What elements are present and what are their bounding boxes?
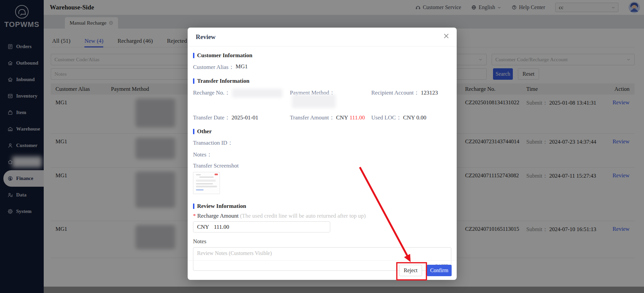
- transfer-date-value: 2025-01-01: [232, 114, 258, 121]
- payment-method-blurred: [292, 95, 336, 108]
- section-bar: [193, 129, 194, 134]
- recharge-amount-input[interactable]: CNY 111.00: [193, 221, 330, 232]
- confirm-button[interactable]: Confirm: [427, 265, 452, 276]
- app: TOPWMS Orders Outbound Inbound: [0, 0, 644, 293]
- recharge-amount-value: 111.00: [214, 224, 229, 230]
- section-bar: [193, 53, 194, 58]
- section-transfer-information: Transfer Information: [193, 78, 451, 84]
- section-bar: [193, 78, 194, 84]
- recharge-no-blurred: [232, 89, 282, 98]
- section-bar: [193, 204, 194, 209]
- used-loc-value: CNY 0.00: [403, 114, 426, 121]
- modal-body: Customer Information Customer Alias： MG1…: [188, 52, 457, 271]
- close-icon[interactable]: [443, 32, 450, 40]
- review-modal: Review Customer Information Customer Ali…: [188, 28, 457, 280]
- transfer-info-row-1: Recharge No.： Payment Method： Recipient …: [193, 89, 451, 108]
- section-other: Other: [193, 128, 451, 135]
- section-customer-information: Customer Information: [193, 52, 451, 59]
- transfer-amount-value: 111.00: [349, 114, 365, 121]
- amount-hint: (The used credit line will be auto retur…: [240, 213, 366, 219]
- recharge-amount-label-row: * Recharge Amount (The used credit line …: [193, 213, 451, 219]
- other-notes-row: Notes：: [193, 151, 451, 158]
- section-review-information: Review Information: [193, 203, 451, 210]
- customer-alias-row: Customer Alias： MG1: [193, 63, 451, 71]
- transfer-screenshot-thumbnail[interactable]: [193, 172, 220, 194]
- currency-prefix: CNY: [197, 224, 209, 230]
- review-notes-label: Notes: [193, 238, 451, 245]
- transaction-id-row: Transaction ID：: [193, 139, 451, 147]
- transfer-screenshot-row: Transfer Screenshot: [193, 162, 451, 169]
- modal-footer: Reject Confirm: [188, 260, 457, 280]
- modal-title: Review: [196, 33, 216, 41]
- recipient-account-value: 123123: [421, 89, 438, 96]
- modal-header: Review: [188, 28, 457, 46]
- reject-button[interactable]: Reject: [399, 265, 422, 276]
- transfer-info-row-2: Transfer Date： 2025-01-01 Transfer Amoun…: [193, 114, 451, 121]
- required-mark: *: [193, 213, 196, 219]
- customer-alias-value: MG1: [236, 63, 248, 70]
